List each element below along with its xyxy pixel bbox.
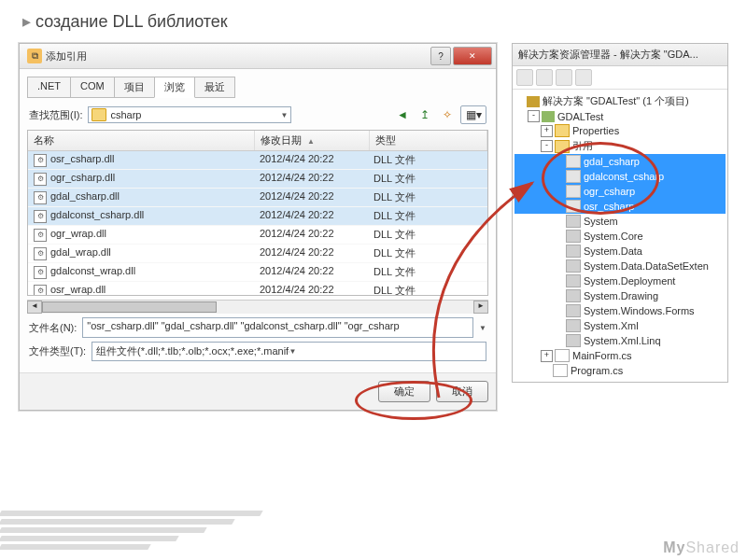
- toolbar-icon[interactable]: [575, 69, 592, 86]
- tree-label: gdal_csharp: [584, 156, 640, 167]
- add-reference-dialog: ⧉ 添加引用 ? ✕ .NET COM 项目 浏览 最近 查找范围(I): cs…: [19, 43, 497, 411]
- proj-icon: [542, 111, 555, 122]
- tab-project[interactable]: 项目: [114, 77, 155, 98]
- help-button[interactable]: ?: [430, 47, 451, 65]
- tree-item[interactable]: gdal_csharp: [514, 154, 726, 169]
- dll-file-icon: ⚙: [34, 210, 47, 223]
- tree-toggle-icon[interactable]: +: [541, 350, 553, 362]
- tree-label: System.Xml: [584, 320, 639, 331]
- filename-input[interactable]: "osr_csharp.dll" "gdal_csharp.dll" "gdal…: [82, 317, 473, 338]
- file-row[interactable]: ⚙ogr_wrap.dll2012/4/24 20:22DLL 文件: [28, 226, 487, 245]
- ref-icon: [566, 185, 581, 198]
- dll-file-icon: ⚙: [34, 173, 47, 186]
- tree-label: System.Data: [584, 245, 642, 257]
- lookin-label: 查找范围(I):: [29, 108, 82, 122]
- tree-item[interactable]: System.Xml.Linq: [514, 333, 726, 348]
- ref-icon: [566, 200, 581, 213]
- cancel-button[interactable]: 取消: [436, 381, 488, 402]
- scroll-thumb[interactable]: [42, 301, 217, 313]
- col-type[interactable]: 类型: [370, 131, 487, 150]
- tree-item[interactable]: 解决方案 "GDALTest" (1 个项目): [514, 93, 726, 109]
- ok-button[interactable]: 确定: [378, 381, 430, 402]
- tree-label: Properties: [572, 125, 619, 136]
- tab-com[interactable]: COM: [70, 77, 115, 98]
- tree-item[interactable]: System.Windows.Forms: [514, 303, 726, 318]
- folder-icon: [555, 124, 570, 137]
- tree-item[interactable]: ogr_csharp: [514, 184, 726, 199]
- tree-toggle-icon[interactable]: -: [528, 110, 540, 122]
- solution-explorer: 解决方案资源管理器 - 解决方案 "GDA... 解决方案 "GDALTest"…: [512, 43, 728, 383]
- col-date[interactable]: 修改日期▲: [255, 131, 370, 150]
- new-folder-icon[interactable]: ✧: [438, 105, 457, 124]
- ref-icon: [566, 259, 581, 273]
- tree-item[interactable]: System.Core: [514, 229, 726, 244]
- tree-label: System.Xml.Linq: [584, 335, 661, 346]
- ref-icon: [566, 155, 581, 168]
- col-name[interactable]: 名称: [28, 131, 255, 150]
- tab-recent[interactable]: 最近: [194, 77, 235, 98]
- ref-icon: [566, 230, 581, 243]
- file-row[interactable]: ⚙osr_wrap.dll2012/4/24 20:22DLL 文件: [28, 282, 487, 296]
- tree-toggle-icon[interactable]: +: [541, 125, 553, 137]
- tree-item[interactable]: System.Data.DataSetExten: [514, 259, 726, 273]
- tree-label: GDALTest: [557, 111, 603, 122]
- chevron-down-icon[interactable]: ▼: [479, 324, 486, 332]
- tree-item[interactable]: -GDALTest: [514, 109, 726, 123]
- toolbar-icon[interactable]: [516, 69, 533, 86]
- tree-item[interactable]: +MainForm.cs: [514, 348, 726, 363]
- folder-icon: [92, 108, 106, 121]
- tree-item[interactable]: -引用: [514, 138, 726, 154]
- tree-label: ogr_csharp: [584, 186, 635, 197]
- tree-label: gdalconst_csharp: [584, 171, 664, 182]
- dll-file-icon: ⚙: [34, 266, 47, 279]
- dialog-titlebar[interactable]: ⧉ 添加引用 ? ✕: [20, 44, 496, 69]
- tree-item[interactable]: osr_csharp: [514, 199, 726, 214]
- tree-item[interactable]: System.Deployment: [514, 273, 726, 288]
- file-row[interactable]: ⚙gdal_csharp.dll2012/4/24 20:22DLL 文件: [28, 189, 487, 207]
- tree-item[interactable]: System: [514, 214, 726, 229]
- tree-toggle-icon[interactable]: -: [541, 140, 553, 152]
- up-folder-icon[interactable]: ↥: [416, 105, 434, 124]
- back-icon[interactable]: ◄: [393, 105, 412, 124]
- lookin-combo[interactable]: csharp ▼: [88, 106, 291, 123]
- tree-item[interactable]: Program.cs: [514, 363, 726, 378]
- ref-icon: [566, 334, 581, 347]
- tab-browse[interactable]: 浏览: [154, 77, 195, 98]
- ref-icon: [566, 319, 581, 332]
- dialog-icon: ⧉: [27, 49, 42, 63]
- dll-file-icon: ⚙: [34, 191, 47, 204]
- tree-label: MainForm.cs: [572, 350, 632, 361]
- ref-icon: [566, 289, 581, 302]
- ref-icon: [566, 170, 581, 183]
- file-row[interactable]: ⚙gdalconst_csharp.dll2012/4/24 20:22DLL …: [28, 207, 487, 226]
- solution-toolbar: [513, 66, 727, 90]
- tree-label: 引用: [572, 139, 593, 153]
- ref-icon: [566, 215, 581, 228]
- tree-item[interactable]: +Properties: [514, 123, 726, 138]
- tree-item[interactable]: System.Drawing: [514, 288, 726, 303]
- scroll-right-icon[interactable]: ►: [473, 301, 488, 314]
- ref-icon: [566, 245, 581, 258]
- file-row[interactable]: ⚙osr_csharp.dll2012/4/24 20:22DLL 文件: [28, 151, 487, 170]
- tree-label: osr_csharp: [584, 201, 634, 212]
- tree-item[interactable]: gdalconst_csharp: [514, 169, 726, 184]
- scroll-left-icon[interactable]: ◄: [27, 301, 42, 314]
- close-button[interactable]: ✕: [453, 47, 492, 65]
- h-scrollbar[interactable]: ◄ ►: [27, 300, 488, 314]
- file-row[interactable]: ⚙gdal_wrap.dll2012/4/24 20:22DLL 文件: [28, 245, 487, 263]
- toolbar-icon[interactable]: [556, 69, 572, 86]
- tab-net[interactable]: .NET: [27, 77, 71, 98]
- view-menu-icon[interactable]: ▦▾: [460, 105, 486, 124]
- filetype-combo[interactable]: 组件文件(*.dll;*.tlb;*.olb;*.ocx;*.exe;*.man…: [92, 342, 486, 361]
- file-row[interactable]: ⚙gdalconst_wrap.dll2012/4/24 20:22DLL 文件: [28, 263, 487, 282]
- toolbar-icon[interactable]: [536, 69, 553, 86]
- tree-label: System.Windows.Forms: [584, 305, 695, 316]
- tree-item[interactable]: System.Data: [514, 244, 726, 259]
- tree-item[interactable]: System.Xml: [514, 318, 726, 333]
- file-row[interactable]: ⚙ogr_csharp.dll2012/4/24 20:22DLL 文件: [28, 170, 487, 189]
- file-list: 名称 修改日期▲ 类型 ⚙osr_csharp.dll2012/4/24 20:…: [27, 130, 488, 296]
- tree-label: System.Drawing: [584, 290, 658, 301]
- tree-label: System: [584, 216, 618, 227]
- watermark: MyShared: [663, 539, 740, 556]
- chevron-down-icon: ▼: [281, 111, 289, 119]
